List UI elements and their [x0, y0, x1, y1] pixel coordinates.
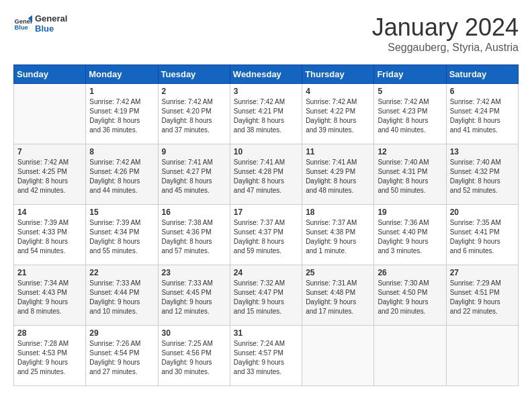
logo-icon: General Blue [13, 14, 32, 33]
day-number: 10 [234, 147, 298, 156]
day-number: 28 [17, 328, 82, 338]
column-header-tuesday: Tuesday [158, 65, 230, 84]
calendar-week-2: 7Sunrise: 7:42 AMSunset: 4:25 PMDaylight… [14, 144, 519, 205]
cell-content: Sunrise: 7:35 AMSunset: 4:41 PMDaylight:… [450, 218, 515, 256]
cell-content: Sunrise: 7:40 AMSunset: 4:31 PMDaylight:… [378, 158, 442, 195]
cell-content: Sunrise: 7:39 AMSunset: 4:33 PMDaylight:… [17, 218, 82, 256]
day-number: 2 [162, 87, 226, 96]
cell-content: Sunrise: 7:24 AMSunset: 4:57 PMDaylight:… [234, 339, 298, 377]
logo: General Blue General Blue [13, 13, 67, 34]
column-header-thursday: Thursday [302, 65, 374, 84]
calendar-cell: 24Sunrise: 7:32 AMSunset: 4:47 PMDayligh… [230, 265, 302, 326]
column-header-saturday: Saturday [446, 65, 518, 84]
cell-content: Sunrise: 7:40 AMSunset: 4:32 PMDaylight:… [450, 158, 515, 195]
cell-content: Sunrise: 7:30 AMSunset: 4:50 PMDaylight:… [378, 279, 442, 316]
day-number: 20 [450, 208, 515, 217]
day-number: 27 [450, 268, 515, 277]
calendar-cell: 16Sunrise: 7:38 AMSunset: 4:36 PMDayligh… [158, 205, 230, 265]
calendar-cell: 17Sunrise: 7:37 AMSunset: 4:37 PMDayligh… [230, 205, 302, 265]
cell-content: Sunrise: 7:32 AMSunset: 4:47 PMDaylight:… [234, 279, 298, 316]
calendar-cell: 9Sunrise: 7:41 AMSunset: 4:27 PMDaylight… [158, 144, 230, 205]
calendar-cell: 15Sunrise: 7:39 AMSunset: 4:34 PMDayligh… [86, 205, 158, 265]
cell-content: Sunrise: 7:39 AMSunset: 4:34 PMDaylight:… [89, 218, 154, 256]
calendar-week-1: 1Sunrise: 7:42 AMSunset: 4:19 PMDaylight… [14, 84, 519, 144]
column-header-friday: Friday [374, 65, 446, 84]
cell-content: Sunrise: 7:37 AMSunset: 4:37 PMDaylight:… [234, 218, 298, 256]
cell-content: Sunrise: 7:42 AMSunset: 4:24 PMDaylight:… [450, 97, 515, 135]
calendar-header: SundayMondayTuesdayWednesdayThursdayFrid… [14, 65, 519, 84]
calendar-cell: 30Sunrise: 7:25 AMSunset: 4:56 PMDayligh… [158, 326, 230, 386]
cell-content: Sunrise: 7:33 AMSunset: 4:44 PMDaylight:… [89, 279, 154, 316]
logo-line1: General [35, 13, 67, 24]
cell-content: Sunrise: 7:42 AMSunset: 4:26 PMDaylight:… [89, 158, 154, 195]
day-number: 31 [234, 328, 298, 338]
day-number: 16 [162, 208, 226, 217]
cell-content: Sunrise: 7:26 AMSunset: 4:54 PMDaylight:… [89, 339, 154, 377]
calendar-cell: 11Sunrise: 7:41 AMSunset: 4:29 PMDayligh… [302, 144, 374, 205]
calendar-cell: 18Sunrise: 7:37 AMSunset: 4:38 PMDayligh… [302, 205, 374, 265]
day-number: 21 [17, 268, 82, 277]
day-number: 5 [378, 87, 442, 96]
calendar-cell: 19Sunrise: 7:36 AMSunset: 4:40 PMDayligh… [374, 205, 446, 265]
column-header-monday: Monday [86, 65, 158, 84]
cell-content: Sunrise: 7:36 AMSunset: 4:40 PMDaylight:… [378, 218, 442, 256]
calendar-cell: 21Sunrise: 7:34 AMSunset: 4:43 PMDayligh… [14, 265, 86, 326]
cell-content: Sunrise: 7:29 AMSunset: 4:51 PMDaylight:… [450, 279, 515, 316]
calendar-cell: 20Sunrise: 7:35 AMSunset: 4:41 PMDayligh… [446, 205, 518, 265]
cell-content: Sunrise: 7:34 AMSunset: 4:43 PMDaylight:… [17, 279, 82, 316]
day-number: 30 [162, 328, 226, 338]
calendar-cell: 6Sunrise: 7:42 AMSunset: 4:24 PMDaylight… [446, 84, 518, 144]
calendar-cell: 5Sunrise: 7:42 AMSunset: 4:23 PMDaylight… [374, 84, 446, 144]
calendar-cell: 27Sunrise: 7:29 AMSunset: 4:51 PMDayligh… [446, 265, 518, 326]
cell-content: Sunrise: 7:42 AMSunset: 4:21 PMDaylight:… [234, 97, 298, 135]
day-number: 19 [378, 208, 442, 217]
svg-text:Blue: Blue [15, 24, 28, 31]
cell-content: Sunrise: 7:42 AMSunset: 4:25 PMDaylight:… [17, 158, 82, 195]
cell-content: Sunrise: 7:25 AMSunset: 4:56 PMDaylight:… [162, 339, 226, 377]
calendar-cell: 10Sunrise: 7:41 AMSunset: 4:28 PMDayligh… [230, 144, 302, 205]
calendar-table: SundayMondayTuesdayWednesdayThursdayFrid… [13, 64, 519, 386]
calendar-week-5: 28Sunrise: 7:28 AMSunset: 4:53 PMDayligh… [14, 326, 519, 386]
column-header-wednesday: Wednesday [230, 65, 302, 84]
calendar-cell: 8Sunrise: 7:42 AMSunset: 4:26 PMDaylight… [86, 144, 158, 205]
calendar-cell: 28Sunrise: 7:28 AMSunset: 4:53 PMDayligh… [14, 326, 86, 386]
day-number: 26 [378, 268, 442, 277]
calendar-cell [302, 326, 374, 386]
location: Seggauberg, Styria, Austria [372, 42, 519, 54]
day-number: 4 [306, 87, 370, 96]
calendar-cell: 26Sunrise: 7:30 AMSunset: 4:50 PMDayligh… [374, 265, 446, 326]
calendar-cell: 12Sunrise: 7:40 AMSunset: 4:31 PMDayligh… [374, 144, 446, 205]
day-number: 1 [89, 87, 154, 96]
cell-content: Sunrise: 7:42 AMSunset: 4:23 PMDaylight:… [378, 97, 442, 135]
cell-content: Sunrise: 7:42 AMSunset: 4:22 PMDaylight:… [306, 97, 370, 135]
calendar-cell: 25Sunrise: 7:31 AMSunset: 4:48 PMDayligh… [302, 265, 374, 326]
day-number: 17 [234, 208, 298, 217]
calendar-cell: 22Sunrise: 7:33 AMSunset: 4:44 PMDayligh… [86, 265, 158, 326]
day-number: 12 [378, 147, 442, 156]
day-number: 22 [89, 268, 154, 277]
title-block: January 2024 Seggauberg, Styria, Austria [372, 13, 519, 54]
calendar-cell: 2Sunrise: 7:42 AMSunset: 4:20 PMDaylight… [158, 84, 230, 144]
day-number: 23 [162, 268, 226, 277]
calendar-cell: 3Sunrise: 7:42 AMSunset: 4:21 PMDaylight… [230, 84, 302, 144]
cell-content: Sunrise: 7:31 AMSunset: 4:48 PMDaylight:… [306, 279, 370, 316]
cell-content: Sunrise: 7:33 AMSunset: 4:45 PMDaylight:… [162, 279, 226, 316]
cell-content: Sunrise: 7:37 AMSunset: 4:38 PMDaylight:… [306, 218, 370, 256]
calendar-cell: 13Sunrise: 7:40 AMSunset: 4:32 PMDayligh… [446, 144, 518, 205]
cell-content: Sunrise: 7:41 AMSunset: 4:28 PMDaylight:… [234, 158, 298, 195]
cell-content: Sunrise: 7:41 AMSunset: 4:27 PMDaylight:… [162, 158, 226, 195]
page-header: General Blue General Blue January 2024 S… [13, 13, 519, 54]
day-number: 18 [306, 208, 370, 217]
cell-content: Sunrise: 7:42 AMSunset: 4:20 PMDaylight:… [162, 97, 226, 135]
logo-line2: Blue [35, 24, 67, 34]
calendar-week-3: 14Sunrise: 7:39 AMSunset: 4:33 PMDayligh… [14, 205, 519, 265]
calendar-cell [446, 326, 518, 386]
day-number: 7 [17, 147, 82, 156]
day-number: 15 [89, 208, 154, 217]
cell-content: Sunrise: 7:38 AMSunset: 4:36 PMDaylight:… [162, 218, 226, 256]
day-number: 11 [306, 147, 370, 156]
day-number: 29 [89, 328, 154, 338]
day-number: 9 [162, 147, 226, 156]
day-number: 14 [17, 208, 82, 217]
day-number: 8 [89, 147, 154, 156]
